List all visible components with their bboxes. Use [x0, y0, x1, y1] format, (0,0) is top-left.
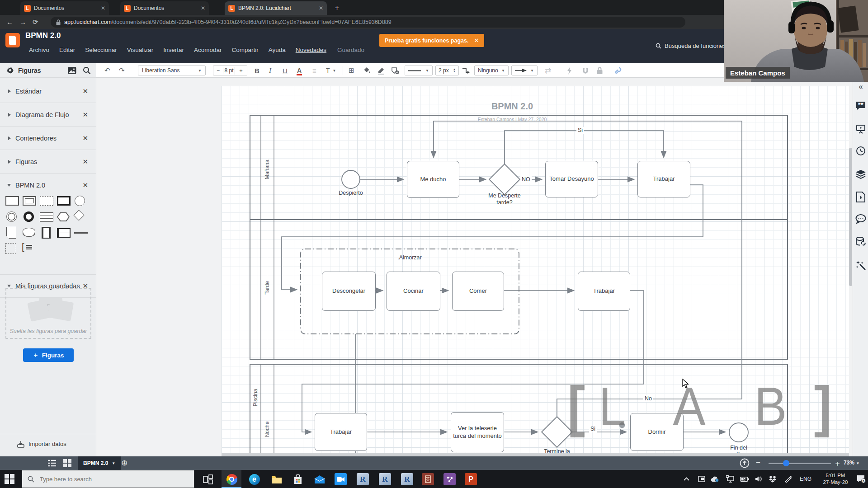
close-icon[interactable]: ✕: [82, 134, 88, 142]
text-options-button[interactable]: T▼: [326, 65, 336, 76]
onedrive-icon[interactable]: [708, 470, 722, 488]
data-linking-icon[interactable]: [853, 237, 868, 247]
shape-pool-vertical[interactable]: [42, 227, 51, 239]
shape-task[interactable]: [5, 196, 19, 206]
magic-wand-icon[interactable]: [853, 260, 868, 271]
tab-close-icon[interactable]: ✕: [201, 5, 205, 11]
width-down-icon[interactable]: ▼: [453, 70, 456, 73]
tray-expand-icon[interactable]: [680, 470, 693, 488]
lock-icon[interactable]: [596, 65, 603, 76]
reload-icon[interactable]: ⟳: [33, 18, 38, 26]
shape-end-event[interactable]: [24, 211, 34, 222]
bold-button[interactable]: B: [255, 65, 259, 76]
start-event-circle[interactable]: [342, 170, 360, 188]
line-width-stepper[interactable]: 2 px ▲▼: [435, 66, 459, 75]
page-list-icon[interactable]: [47, 458, 57, 470]
menu-seleccionar[interactable]: Seleccionar: [85, 47, 117, 53]
store-icon[interactable]: [292, 473, 304, 485]
browser-tab-1[interactable]: L Documentos ✕: [20, 1, 109, 15]
font-size-stepper[interactable]: − 8 pt ＋: [213, 66, 247, 75]
presentation-icon[interactable]: [853, 124, 868, 134]
shape-lane[interactable]: [74, 232, 88, 234]
canvas-horizontal-scrollbar[interactable]: [222, 453, 849, 456]
powerpoint-icon[interactable]: P: [465, 473, 477, 485]
magnet-icon[interactable]: [582, 65, 589, 76]
line-style-select[interactable]: ▼: [405, 66, 433, 75]
pool-piscina[interactable]: Piscina: [252, 382, 259, 413]
line-color-icon[interactable]: [377, 65, 385, 76]
font-size-plus[interactable]: ＋: [235, 67, 247, 75]
line-endpoint-select[interactable]: Ninguno▼: [474, 66, 509, 75]
volume-icon[interactable]: [752, 470, 765, 488]
zoom-slider-track[interactable]: [769, 463, 831, 464]
shape-pool-horizontal[interactable]: [57, 228, 71, 238]
add-page-icon[interactable]: ⊕: [121, 458, 127, 468]
document-settings-icon[interactable]: [853, 192, 868, 202]
shape-group[interactable]: [5, 243, 16, 254]
task-comer[interactable]: Comer: [452, 272, 504, 311]
menu-archivo[interactable]: Archivo: [29, 47, 49, 53]
clock[interactable]: 5:01 PM 27-May-20: [818, 470, 853, 488]
shape-data-object[interactable]: [6, 227, 16, 239]
lane-tarde[interactable]: Tarde: [264, 272, 270, 304]
shape-subprocess[interactable]: [23, 196, 36, 206]
remote-app-icon[interactable]: [443, 473, 456, 485]
font-family-select[interactable]: Liberation Sans▼: [138, 66, 206, 75]
taskbar-search[interactable]: [22, 470, 194, 488]
rstudio-icon[interactable]: R: [379, 473, 391, 485]
label-no-1[interactable]: NO: [520, 176, 532, 183]
underline-button[interactable]: U: [283, 65, 288, 76]
menu-acomodar[interactable]: Acomodar: [194, 47, 222, 53]
undo-icon[interactable]: ↶: [104, 65, 110, 76]
windows-ink-icon[interactable]: [781, 470, 795, 488]
fill-color-icon[interactable]: [363, 65, 371, 76]
forward-icon[interactable]: →: [19, 18, 26, 26]
browser-tab-active[interactable]: L BPMN 2.0: Lucidchart ✕: [225, 1, 327, 15]
new-tab-button[interactable]: ＋: [333, 4, 341, 11]
search-input[interactable]: [39, 475, 175, 483]
arrowhead-select[interactable]: ▼: [511, 66, 538, 75]
menu-editar[interactable]: Editar: [59, 47, 75, 53]
shape-intermediate-event[interactable]: [6, 211, 17, 222]
start-button[interactable]: [5, 474, 14, 484]
menu-compartir[interactable]: Compartir: [231, 47, 258, 53]
file-explorer-icon[interactable]: [270, 473, 283, 485]
close-icon[interactable]: ✕: [82, 158, 88, 166]
network-display-icon[interactable]: [723, 470, 737, 488]
task-me-ducho[interactable]: Me ducho: [407, 161, 459, 198]
swap-arrow-icon[interactable]: ⇄: [545, 65, 551, 76]
page-tab[interactable]: BPMN 2.0 ▼: [78, 456, 121, 470]
menu-visualizar[interactable]: Visualizar: [127, 47, 153, 53]
shape-call-activity[interactable]: [57, 196, 71, 206]
shape-hexagon[interactable]: [57, 212, 70, 221]
shape-data-store[interactable]: [23, 228, 35, 237]
task-ver-teleserie[interactable]: Ver la teleserie turca del momento: [451, 412, 504, 452]
task-descongelar[interactable]: Descongelar: [322, 272, 376, 311]
section-diagrama-flujo[interactable]: Diagrama de Flujo✕: [0, 103, 96, 127]
document-title[interactable]: BPMN 2.0: [25, 31, 61, 40]
shape-style-icon[interactable]: [391, 65, 399, 76]
import-data-button[interactable]: Importar datos: [0, 434, 96, 454]
close-icon[interactable]: ✕: [82, 111, 88, 119]
banner-close-icon[interactable]: ✕: [474, 37, 479, 44]
menu-insertar[interactable]: Insertar: [163, 47, 184, 53]
rstudio-icon[interactable]: R: [357, 473, 369, 485]
reader-app-icon[interactable]: [422, 473, 434, 485]
font-size-minus[interactable]: −: [213, 67, 223, 74]
close-icon[interactable]: ✕: [82, 87, 88, 95]
fit-to-screen-icon[interactable]: [740, 458, 750, 470]
shape-gateway[interactable]: [75, 211, 83, 219]
wrench-icon[interactable]: [614, 65, 623, 76]
task-trabajar-2[interactable]: Trabajar: [578, 272, 630, 311]
label-si-1[interactable]: Si: [576, 127, 584, 134]
task-view-icon[interactable]: [202, 473, 214, 485]
feature-search[interactable]: Búsqueda de funciones: [656, 42, 726, 49]
browser-tab-2[interactable]: L Documentos ✕: [120, 1, 209, 15]
shape-annotation[interactable]: [22, 243, 33, 252]
zoom-level[interactable]: 73% ▼: [844, 460, 859, 466]
video-call-icon[interactable]: [335, 473, 347, 485]
shape-striped-task[interactable]: [40, 212, 53, 222]
menu-ayuda[interactable]: Ayuda: [269, 47, 286, 53]
chrome-icon[interactable]: [226, 473, 238, 485]
label-almorzar[interactable]: .Almorzar: [387, 254, 432, 261]
